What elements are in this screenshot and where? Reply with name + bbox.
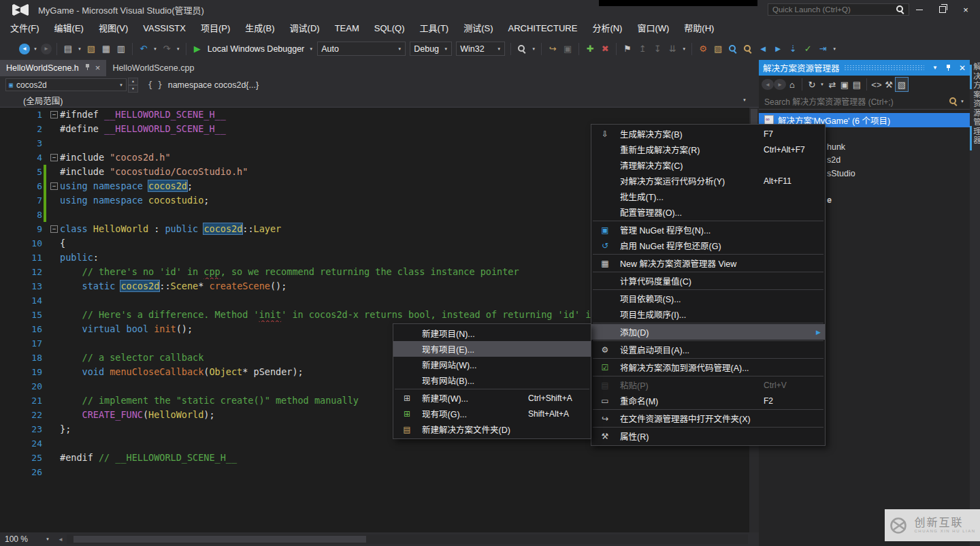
chevron-down-icon[interactable]: ▼	[742, 98, 747, 102]
home-icon[interactable]: ⌂	[786, 78, 798, 91]
new-file-icon[interactable]: ▤	[61, 42, 75, 56]
collapse-toggle-icon[interactable]: −	[50, 182, 58, 190]
menu-item[interactable]: ↺启用 NuGet 程序包还原(G)	[591, 238, 825, 253]
menubar-item[interactable]: 测试(S)	[456, 19, 500, 37]
project-node[interactable]: e	[827, 193, 970, 207]
menu-item[interactable]: ↪在文件资源管理器中打开文件夹(X)	[591, 411, 825, 426]
spin-up-icon[interactable]: ▲	[128, 78, 138, 85]
menu-item[interactable]: ⚙设置启动项目(A)...	[591, 342, 825, 357]
navigate-backward-icon[interactable]: ◄	[19, 44, 30, 54]
menu-item[interactable]: ⊞新建项(W)...Ctrl+Shift+A	[393, 390, 591, 406]
refresh-icon[interactable]: ⇄	[826, 78, 838, 91]
redo-icon[interactable]: ↷	[160, 42, 174, 56]
menu-item[interactable]: 重新生成解决方案(R)Ctrl+Alt+F7	[591, 142, 825, 157]
menubar-item[interactable]: TEAM	[327, 19, 367, 37]
collapse-toggle-icon[interactable]: −	[50, 154, 58, 161]
find-icon[interactable]	[515, 42, 529, 56]
menu-item[interactable]: 计算代码度量值(C)	[591, 273, 825, 289]
dropdown-arrow-icon[interactable]: ▼	[33, 47, 37, 51]
menu-item[interactable]: 批生成(T)...	[591, 189, 825, 204]
menubar-item[interactable]: VASSISTX	[135, 19, 193, 37]
close-button[interactable]: ×	[954, 1, 977, 18]
menubar-item[interactable]: SQL(Q)	[367, 19, 412, 37]
menu-item[interactable]: ⊞现有项(G)...Shift+Alt+A	[393, 406, 591, 421]
dropdown-arrow-icon[interactable]: ▼	[153, 47, 157, 51]
dropdown-arrow-icon[interactable]: ▼	[832, 47, 836, 51]
bookmark-icon[interactable]: ⚑	[621, 42, 634, 56]
document-tab[interactable]: HelloWorldScene.h×	[0, 60, 106, 76]
dropdown-arrow-icon[interactable]: ▼	[820, 82, 824, 86]
menubar-item[interactable]: 文件(F)	[3, 19, 47, 37]
scroll-left-icon[interactable]: ◄	[54, 536, 67, 543]
search-icon[interactable]	[896, 5, 904, 14]
wrench-icon[interactable]: ⚒	[883, 78, 895, 91]
va-find-references-icon[interactable]	[726, 42, 740, 56]
navigate-to-icon[interactable]: ↪	[546, 42, 559, 56]
menu-item[interactable]: ⇩生成解决方案(B)F7	[591, 126, 825, 142]
debug-target-label[interactable]: Local Windows Debugger	[208, 44, 304, 54]
copy-reference-icon[interactable]: ▣	[561, 42, 574, 56]
scrollbar-thumb[interactable]	[74, 536, 366, 543]
save-icon[interactable]: ▦	[99, 42, 113, 56]
document-tab[interactable]: HelloWorldScene.cpp	[106, 60, 200, 76]
sync-with-active-document-icon[interactable]: ↻	[806, 78, 818, 91]
va-refactor-icon[interactable]: ⇥	[816, 42, 830, 56]
zoom-level-combo[interactable]: 100 % ▼	[0, 534, 54, 544]
menu-item[interactable]: 项目生成顺序(I)...	[591, 306, 825, 322]
dropdown-arrow-icon[interactable]: ▼	[176, 47, 180, 51]
menubar-item[interactable]: 项目(P)	[193, 19, 238, 37]
close-icon[interactable]: ✕	[959, 63, 966, 73]
dropdown-arrow-icon[interactable]: ▼	[309, 47, 313, 51]
menubar-item[interactable]: 帮助(H)	[676, 19, 721, 37]
minimize-button[interactable]	[908, 1, 931, 18]
menu-item[interactable]: 现有网站(B)...	[393, 372, 591, 388]
menu-item[interactable]: 现有项目(E)...	[393, 341, 591, 357]
quick-launch-input[interactable]: Quick Launch (Ctrl+Q)	[768, 3, 909, 16]
spin-down-icon[interactable]: ▼	[128, 85, 138, 93]
menubar-item[interactable]: 编辑(E)	[47, 19, 91, 37]
pin-icon[interactable]	[946, 65, 951, 71]
dropdown-arrow-icon[interactable]: ▼	[682, 47, 686, 51]
project-node[interactable]: sStudio	[827, 166, 970, 180]
previous-bookmark-icon[interactable]: ↥	[636, 42, 649, 56]
dropdown-arrow-icon[interactable]: ▼	[78, 47, 82, 51]
clear-bookmarks-icon[interactable]: ⇊	[666, 42, 679, 56]
pin-icon[interactable]	[85, 63, 90, 73]
add-item-icon[interactable]: ▧	[84, 42, 98, 56]
va-paste-history-icon[interactable]: ⇣	[786, 42, 800, 56]
menu-item[interactable]: 配置管理器(O)...	[591, 204, 825, 220]
save-all-icon[interactable]: ▥	[114, 42, 128, 56]
menubar-item[interactable]: 窗口(W)	[630, 19, 676, 37]
start-debug-icon[interactable]: ▶	[191, 42, 204, 56]
platform-combo[interactable]: Win32▼	[456, 42, 505, 56]
solution-explorer-header[interactable]: 解决方案资源管理器 ▼ ✕	[759, 60, 970, 76]
menu-item[interactable]: ▣管理 NuGet 程序包(N)...	[591, 222, 825, 238]
menu-item[interactable]: 添加(D)▶	[591, 324, 825, 340]
search-icon[interactable]	[949, 97, 958, 106]
chevron-down-icon[interactable]: ▼	[46, 537, 50, 541]
menu-item[interactable]: ▤新建解决方案文件夹(D)	[393, 421, 591, 437]
va-navigate-forward-icon[interactable]: ►	[771, 42, 785, 56]
menu-item[interactable]: ▤粘贴(P)Ctrl+V	[591, 377, 825, 393]
menu-item[interactable]: 对解决方案运行代码分析(Y)Alt+F11	[591, 173, 825, 189]
undo-icon[interactable]: ↶	[137, 42, 150, 56]
next-bookmark-icon[interactable]: ↧	[651, 42, 664, 56]
panel-drag-area[interactable]	[844, 65, 925, 71]
chevron-down-icon[interactable]: ▼	[960, 99, 964, 103]
restore-button[interactable]	[931, 1, 954, 18]
collapse-toggle-icon[interactable]: −	[50, 111, 58, 118]
configuration-combo[interactable]: Debug▼	[410, 42, 452, 56]
symbol-spinner[interactable]: ▲ ▼	[128, 78, 138, 93]
va-find-symbol-icon[interactable]	[741, 42, 755, 56]
chevron-down-icon[interactable]: ▼	[497, 47, 501, 51]
chevron-down-icon[interactable]: ▼	[444, 47, 448, 51]
solution-explorer-side-tab[interactable]: 解决方案资源管理器	[970, 60, 980, 546]
navigate-forward-icon[interactable]: ►	[41, 44, 52, 54]
menu-item[interactable]: 新建项目(N)...	[393, 325, 591, 341]
collapse-toggle-icon[interactable]: −	[50, 225, 58, 233]
editor-horizontal-scrollbar[interactable]	[67, 534, 748, 544]
menu-item[interactable]: 项目依赖项(S)...	[591, 291, 825, 306]
menu-item[interactable]: 新建网站(W)...	[393, 357, 591, 372]
va-open-file-icon[interactable]: ▧	[711, 42, 725, 56]
add-comment-icon[interactable]: ✚	[583, 42, 597, 56]
